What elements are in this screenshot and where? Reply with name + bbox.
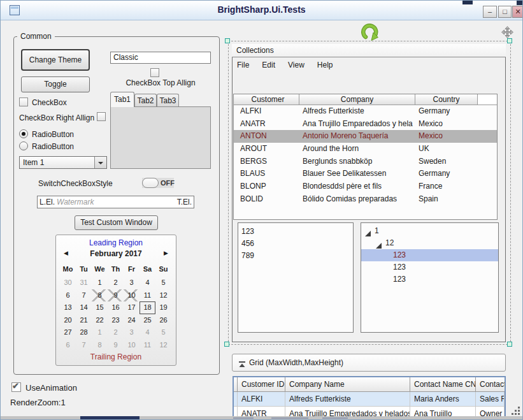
selection-handle[interactable] <box>225 38 230 43</box>
calendar-day[interactable]: 10 <box>124 339 140 352</box>
table-row[interactable]: ANATRAna Trujillo Emparedados y helaMexi… <box>234 118 497 131</box>
selection-handle[interactable] <box>507 342 512 347</box>
minimize-button[interactable]: – <box>483 6 497 18</box>
calendar-day[interactable]: 27 <box>60 326 76 339</box>
checkbox-top-align[interactable] <box>150 68 159 77</box>
tree-node-child[interactable]: 12 <box>361 237 498 249</box>
resize-grip[interactable] <box>512 407 520 416</box>
calendar-day[interactable]: 10 <box>124 289 140 302</box>
calendar-day[interactable]: 17 <box>124 301 140 314</box>
switch-thumb[interactable] <box>142 178 159 188</box>
tree-leaf-selected[interactable]: 123 <box>361 249 498 261</box>
table-row[interactable]: BLAUSBlauer See DelikatessenGermany <box>234 168 497 180</box>
tree-node-root[interactable]: 1 <box>361 225 498 237</box>
title-bar[interactable]: BrightSharp.Ui.Tests – □ ✕ <box>1 1 522 20</box>
checkbox[interactable] <box>19 98 28 106</box>
maximize-button[interactable]: □ <box>498 6 512 18</box>
calendar-day[interactable]: 12 <box>155 289 171 302</box>
calendar-day[interactable]: 24 <box>124 314 140 327</box>
calendar-day[interactable]: 19 <box>155 301 171 314</box>
test-custom-window-button[interactable]: Test Custom Window <box>75 215 158 230</box>
list-item[interactable]: 456 <box>238 238 353 250</box>
theme-textbox[interactable]: Classic <box>110 52 211 64</box>
tree-leaf[interactable]: 123 <box>361 261 498 273</box>
tab-tab3[interactable]: Tab3 <box>157 94 179 107</box>
menu-item-help[interactable]: Help <box>317 61 333 69</box>
radio-button-2[interactable] <box>19 141 28 150</box>
calendar-day[interactable]: 18 <box>140 301 155 314</box>
table-row[interactable]: BOLIDBólido Comidas preparadasSpain <box>234 193 497 206</box>
collapse-up-icon[interactable] <box>238 359 246 371</box>
radio-button-1[interactable] <box>19 129 28 138</box>
calendar-day[interactable]: 31 <box>76 277 92 289</box>
column-header-customer-id[interactable]: Customer ID <box>238 377 285 392</box>
column-header-company[interactable]: Company <box>299 94 415 105</box>
calendar-day[interactable]: 12 <box>155 339 171 352</box>
calendar-day[interactable]: 13 <box>60 301 76 314</box>
calendar-next-icon[interactable]: ▶ <box>164 250 168 256</box>
calendar-day[interactable]: 2 <box>108 326 124 339</box>
table-row[interactable]: ALFKIAlfreds FutterkisteMaria AndersSale… <box>234 392 505 407</box>
column-header-contact-name[interactable]: Contact Name CN <box>410 377 476 392</box>
calendar-day[interactable]: 26 <box>155 314 171 327</box>
selection-handle[interactable] <box>507 38 512 43</box>
calendar-day[interactable]: 4 <box>140 277 155 289</box>
calendar-day[interactable]: 23 <box>108 314 124 327</box>
combobox-dropdown-button[interactable] <box>94 157 106 168</box>
grid-expander-header[interactable]: Grid (MaxWidth,MaxHeight) <box>232 354 506 372</box>
tab-tab1[interactable]: Tab1 <box>110 92 134 107</box>
list-item[interactable]: 789 <box>238 250 353 262</box>
checkbox-right-align[interactable] <box>97 112 106 121</box>
use-animation-checkbox[interactable]: ✔ <box>11 382 21 392</box>
calendar-day[interactable]: 8 <box>92 339 108 352</box>
table-row[interactable]: BLONPBlondesddsl père et filsFrance <box>234 180 497 193</box>
calendar-day[interactable]: 2 <box>108 277 124 289</box>
item-combobox[interactable]: Item 1 <box>19 156 107 169</box>
calendar-day[interactable]: 20 <box>60 314 76 327</box>
tree-leaf[interactable]: 123 <box>361 273 498 286</box>
calendar-day[interactable]: 9 <box>108 289 124 302</box>
close-button[interactable]: ✕ <box>512 6 523 18</box>
calendar-day[interactable]: 3 <box>124 326 140 339</box>
calendar-day[interactable]: 7 <box>76 339 92 352</box>
calendar-day[interactable]: 5 <box>155 326 171 339</box>
calendar-day[interactable]: 28 <box>76 326 92 339</box>
calendar-day[interactable]: 30 <box>60 277 76 289</box>
table-row[interactable]: ANTONAntonio Moreno TaqueríaMexico <box>234 130 497 143</box>
calendar-day[interactable]: 21 <box>76 314 92 327</box>
calendar-day[interactable]: 25 <box>140 314 155 327</box>
table-row[interactable]: BERGSBerglunds snabbköpSweden <box>234 156 497 168</box>
calendar-day[interactable]: 7 <box>76 289 92 302</box>
toggle-button[interactable]: Toggle <box>21 76 90 92</box>
calendar-day[interactable]: 1 <box>92 277 108 289</box>
calendar-day[interactable]: 14 <box>76 301 92 314</box>
table-row[interactable]: ALFKIAlfreds FutterkisteGermany <box>234 105 497 118</box>
calendar-day[interactable]: 15 <box>92 301 108 314</box>
calendar-day[interactable]: 4 <box>140 326 155 339</box>
column-header-contact[interactable]: Contact <box>476 377 505 392</box>
watermark-textbox[interactable]: L.El. Watermark T.El. <box>37 196 194 208</box>
menu-item-edit[interactable]: Edit <box>262 61 275 69</box>
column-header-company-name[interactable]: Company Name <box>285 377 410 392</box>
tab-tab2[interactable]: Tab2 <box>134 94 157 107</box>
calendar-day[interactable]: 6 <box>60 289 76 302</box>
calendar-day[interactable]: 9 <box>108 339 124 352</box>
calendar-month-header[interactable]: February 2017 <box>56 249 176 258</box>
calendar-day[interactable]: 11 <box>140 339 155 352</box>
menu-item-file[interactable]: File <box>237 61 249 69</box>
calendar-day[interactable]: 22 <box>92 314 108 327</box>
menu-item-view[interactable]: View <box>288 61 304 69</box>
calendar-day[interactable]: 3 <box>124 277 140 289</box>
calendar-day[interactable]: 6 <box>60 339 76 352</box>
column-header-country[interactable]: Country <box>415 94 478 105</box>
selection-handle[interactable] <box>224 342 229 347</box>
switch-checkbox[interactable]: OFF <box>142 178 174 188</box>
calendar-day[interactable]: 5 <box>155 277 171 289</box>
calendar-day[interactable]: 16 <box>108 301 124 314</box>
column-header-customer[interactable]: Customer <box>237 94 299 105</box>
table-row[interactable]: AROUTAround the HornUK <box>234 143 497 156</box>
list-item[interactable]: 123 <box>238 226 353 238</box>
calendar-day[interactable]: 11 <box>140 289 155 302</box>
calendar-day[interactable]: 8 <box>92 289 108 302</box>
change-theme-button[interactable]: Change Theme <box>21 49 90 71</box>
